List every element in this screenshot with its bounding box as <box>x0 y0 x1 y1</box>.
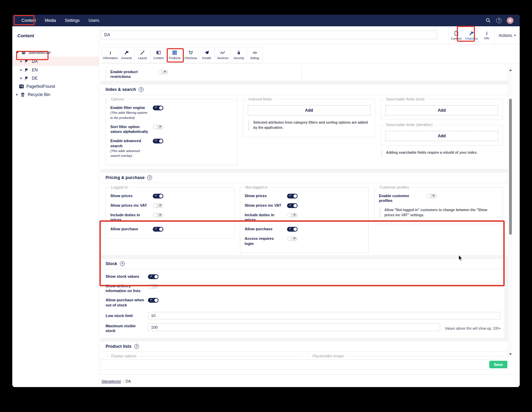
toggle-nli-allow-purchase[interactable] <box>287 227 298 232</box>
toggle-show-delivery-information[interactable] <box>148 284 159 289</box>
section-title: Index & search <box>106 87 136 92</box>
app-window: Content Media Settings Users ? M Content… <box>12 15 520 387</box>
toggle-nli-show-prices-inc-vat[interactable] <box>287 203 298 208</box>
wrench-icon <box>124 50 129 55</box>
toggle-label: Enable filter engine (This adds filterin… <box>110 105 153 120</box>
window-icon <box>156 50 161 55</box>
info-icon: i <box>110 51 111 55</box>
toggle-label: Enable advanced search(This adds advance… <box>110 138 153 158</box>
toggle-nli-show-prices[interactable] <box>287 194 298 198</box>
toggle-label: Enable customer profiles <box>379 193 426 203</box>
tab-content[interactable]: Content <box>150 47 166 63</box>
tree-item-pagenotfound[interactable]: PageNotFound <box>12 82 99 91</box>
toggle-allow-purchase-out-of-stock[interactable] <box>148 298 159 303</box>
toggle-enable-advanced-search[interactable] <box>153 139 163 143</box>
tab-products[interactable]: Products <box>166 47 182 63</box>
field-note: Values above this will show eg. 100+ <box>445 327 501 330</box>
paper-plane-icon <box>204 50 209 55</box>
scroll-down-arrow-icon[interactable] <box>509 353 512 355</box>
breadcrumb-root-link[interactable]: Siteselector <box>101 379 121 383</box>
section-tab-settings[interactable]: Settings <box>60 15 84 26</box>
section-tab-label: Media <box>45 18 56 23</box>
low-stock-limit-input[interactable] <box>148 312 501 319</box>
tab-security[interactable]: Security <box>231 47 247 63</box>
toggle-label: Show prices inc VAT <box>110 203 153 208</box>
tree-item-label: EN <box>32 68 38 72</box>
toggle-nli-include-duties[interactable] <box>287 213 298 218</box>
scrollbar-thumb[interactable] <box>509 99 512 235</box>
tree-item-recycle-bin[interactable]: Recycle Bin <box>12 91 99 99</box>
caret-right-icon[interactable] <box>16 94 18 96</box>
tab-information[interactable]: iInformation <box>102 47 118 63</box>
help-circle-icon[interactable]: ? <box>134 344 139 349</box>
fieldset-display-options: Display options Enable secondary image o… <box>106 356 302 358</box>
toggle-label-text: Enable advanced search <box>110 139 141 148</box>
section-tab-media[interactable]: Media <box>40 15 60 26</box>
tab-label: Checkout <box>185 56 197 60</box>
wrench-icon <box>469 31 474 36</box>
section-tab-users[interactable]: Users <box>84 15 104 26</box>
add-searchable-text-button[interactable]: Add <box>385 105 498 115</box>
toggle-label: Include duties in prices <box>245 212 287 222</box>
avatar[interactable]: M <box>507 17 514 24</box>
toggle-li-show-prices[interactable] <box>153 194 163 198</box>
help-icon[interactable]: ? <box>496 18 502 23</box>
fieldset-legend: Indexed fields <box>246 97 274 101</box>
tree-item-siteselector[interactable]: Siteselector <box>12 49 99 57</box>
actions-dropdown[interactable]: Actions <box>494 26 520 44</box>
app-button-content[interactable]: Content <box>448 26 464 44</box>
section-index-search: Index & search ? Options Enable filter e… <box>101 84 508 169</box>
tab-checkout[interactable]: Checkout <box>182 47 199 63</box>
search-icon[interactable] <box>486 18 491 23</box>
fieldset-legend: Customer profiles <box>378 185 411 189</box>
save-button[interactable]: Save <box>489 361 507 368</box>
add-searchable-identifier-button[interactable]: Add <box>385 131 498 141</box>
tree-item-de[interactable]: DE <box>12 74 99 82</box>
app-button-chainbox[interactable]: Chainbox <box>464 26 479 44</box>
toggle-sort-filter-alphabetically[interactable] <box>153 125 163 129</box>
tab-debug[interactable]: <>Debug <box>247 47 263 63</box>
node-title-input[interactable] <box>101 30 437 39</box>
tab-label: Layout <box>138 56 147 60</box>
caret-right-icon[interactable] <box>21 77 22 79</box>
toggle-access-requires-login[interactable] <box>287 236 298 241</box>
toggle-label-text: Enable filter engine <box>110 106 145 110</box>
toggle-enable-customer-profiles[interactable] <box>426 194 437 198</box>
toggle-li-allow-purchase[interactable] <box>153 227 163 232</box>
chevron-down-icon <box>514 35 516 36</box>
toggle-li-include-duties[interactable] <box>153 213 163 218</box>
tree-item-da[interactable]: DA <box>12 57 99 66</box>
section-tab-label: Settings <box>65 18 80 23</box>
app-button-info[interactable]: i Info <box>479 26 494 44</box>
tree-item-en[interactable]: EN <box>12 66 99 74</box>
brush-icon <box>140 50 145 55</box>
toggle-show-stock-values[interactable] <box>148 274 159 279</box>
fieldset-logged-in: Logged in Show prices Show prices inc VA… <box>106 187 234 239</box>
field-label: Low stock limit <box>106 313 148 318</box>
scroll-up-arrow-icon[interactable] <box>509 69 512 71</box>
tab-general[interactable]: General <box>118 47 134 63</box>
help-circle-icon[interactable]: ? <box>139 87 144 92</box>
caret-right-icon[interactable] <box>21 69 22 71</box>
add-indexed-field-button[interactable]: Add <box>248 105 370 115</box>
field-label: Maximum visible stock <box>106 324 148 333</box>
maximum-visible-stock-input[interactable] <box>148 324 440 331</box>
section-title: Product lists <box>106 344 132 349</box>
fieldset-legend: Logged in <box>109 185 129 189</box>
tab-emails[interactable]: Emails <box>199 47 215 63</box>
help-circle-icon[interactable]: ? <box>147 175 152 180</box>
toggle-li-show-prices-inc-vat[interactable] <box>153 203 163 208</box>
caret-down-icon[interactable] <box>16 52 18 53</box>
toggle-enable-product-restrictions[interactable] <box>158 70 168 74</box>
cart-icon <box>188 50 193 55</box>
tab-services[interactable]: Services <box>215 47 231 63</box>
tab-layout[interactable]: Layout <box>134 47 150 63</box>
help-circle-icon[interactable]: ? <box>120 261 125 266</box>
caret-right-icon[interactable] <box>21 60 22 63</box>
toggle-label: Show prices inc VAT <box>245 203 287 208</box>
toggle-enable-filter-engine[interactable] <box>153 106 163 110</box>
vertical-scrollbar[interactable] <box>508 67 513 358</box>
app-button-label: Chainbox <box>465 37 478 40</box>
breadcrumb: Siteselector / DA <box>101 379 131 383</box>
section-tab-content[interactable]: Content <box>17 15 40 26</box>
